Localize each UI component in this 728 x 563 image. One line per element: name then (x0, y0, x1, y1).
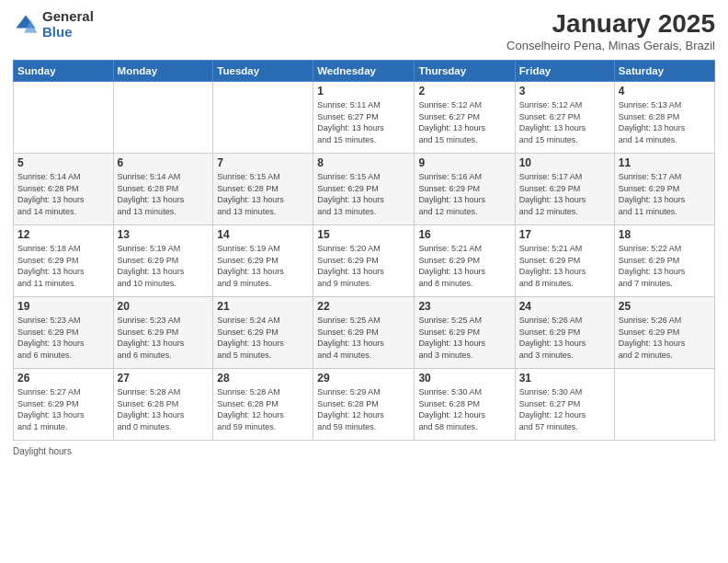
calendar-cell: 24Sunrise: 5:26 AM Sunset: 6:29 PM Dayli… (515, 297, 614, 369)
calendar-day-header: Tuesday (213, 61, 313, 82)
calendar-cell: 29Sunrise: 5:29 AM Sunset: 6:28 PM Dayli… (313, 369, 415, 441)
day-info: Sunrise: 5:19 AM Sunset: 6:29 PM Dayligh… (217, 243, 309, 289)
day-number: 27 (118, 372, 210, 385)
day-number: 13 (118, 228, 210, 241)
calendar-day-header: Friday (515, 61, 614, 82)
footer: Daylight hours (13, 446, 715, 456)
day-info: Sunrise: 5:22 AM Sunset: 6:29 PM Dayligh… (619, 243, 711, 289)
day-info: Sunrise: 5:26 AM Sunset: 6:29 PM Dayligh… (519, 315, 610, 361)
day-info: Sunrise: 5:18 AM Sunset: 6:29 PM Dayligh… (17, 243, 109, 289)
calendar-cell: 17Sunrise: 5:21 AM Sunset: 6:29 PM Dayli… (515, 225, 614, 297)
calendar-week-row: 5Sunrise: 5:14 AM Sunset: 6:28 PM Daylig… (14, 154, 715, 225)
day-number: 4 (619, 85, 711, 98)
calendar-cell: 25Sunrise: 5:26 AM Sunset: 6:29 PM Dayli… (614, 297, 714, 369)
logo-blue: Blue (42, 25, 94, 40)
day-number: 21 (217, 300, 309, 313)
day-info: Sunrise: 5:25 AM Sunset: 6:29 PM Dayligh… (418, 315, 510, 361)
calendar-day-header: Sunday (14, 61, 114, 82)
day-info: Sunrise: 5:12 AM Sunset: 6:27 PM Dayligh… (418, 99, 510, 145)
day-number: 17 (519, 228, 610, 241)
calendar-cell: 15Sunrise: 5:20 AM Sunset: 6:29 PM Dayli… (313, 225, 415, 297)
day-number: 14 (217, 228, 309, 241)
logo-general: General (42, 9, 94, 25)
day-number: 12 (17, 228, 109, 241)
day-info: Sunrise: 5:14 AM Sunset: 6:28 PM Dayligh… (17, 171, 109, 217)
day-info: Sunrise: 5:26 AM Sunset: 6:29 PM Dayligh… (619, 315, 711, 361)
calendar-cell: 28Sunrise: 5:28 AM Sunset: 6:28 PM Dayli… (213, 369, 313, 441)
main-title: January 2025 (506, 9, 715, 39)
day-number: 20 (118, 300, 210, 313)
day-number: 28 (217, 372, 309, 385)
header: General Blue January 2025 Conselheiro Pe… (13, 9, 715, 52)
calendar-cell: 2Sunrise: 5:12 AM Sunset: 6:27 PM Daylig… (415, 82, 515, 154)
calendar-cell: 16Sunrise: 5:21 AM Sunset: 6:29 PM Dayli… (415, 225, 515, 297)
subtitle: Conselheiro Pena, Minas Gerais, Brazil (506, 39, 715, 52)
day-info: Sunrise: 5:21 AM Sunset: 6:29 PM Dayligh… (418, 243, 510, 289)
day-number: 5 (17, 156, 109, 169)
calendar-cell: 20Sunrise: 5:23 AM Sunset: 6:29 PM Dayli… (113, 297, 213, 369)
page: General Blue January 2025 Conselheiro Pe… (0, 0, 728, 563)
calendar-cell: 9Sunrise: 5:16 AM Sunset: 6:29 PM Daylig… (415, 154, 515, 225)
day-number: 25 (619, 300, 711, 313)
logo-text: General Blue (42, 9, 94, 40)
calendar-cell: 30Sunrise: 5:30 AM Sunset: 6:28 PM Dayli… (415, 369, 515, 441)
calendar-cell (113, 82, 213, 154)
calendar-table: SundayMondayTuesdayWednesdayThursdayFrid… (13, 60, 715, 441)
day-number: 22 (317, 300, 410, 313)
day-info: Sunrise: 5:17 AM Sunset: 6:29 PM Dayligh… (519, 171, 610, 217)
day-number: 8 (317, 156, 410, 169)
calendar-cell: 5Sunrise: 5:14 AM Sunset: 6:28 PM Daylig… (14, 154, 114, 225)
calendar-cell (213, 82, 313, 154)
calendar-day-header: Thursday (415, 61, 515, 82)
day-info: Sunrise: 5:15 AM Sunset: 6:28 PM Dayligh… (217, 171, 309, 217)
title-block: January 2025 Conselheiro Pena, Minas Ger… (506, 9, 715, 52)
day-info: Sunrise: 5:15 AM Sunset: 6:29 PM Dayligh… (317, 171, 410, 217)
calendar-cell: 1Sunrise: 5:11 AM Sunset: 6:27 PM Daylig… (313, 82, 415, 154)
calendar-week-row: 1Sunrise: 5:11 AM Sunset: 6:27 PM Daylig… (14, 82, 715, 154)
day-info: Sunrise: 5:19 AM Sunset: 6:29 PM Dayligh… (118, 243, 210, 289)
calendar-cell: 27Sunrise: 5:28 AM Sunset: 6:28 PM Dayli… (113, 369, 213, 441)
day-info: Sunrise: 5:27 AM Sunset: 6:29 PM Dayligh… (17, 386, 109, 432)
day-number: 31 (519, 372, 610, 385)
day-number: 16 (418, 228, 510, 241)
day-number: 18 (619, 228, 711, 241)
day-number: 26 (17, 372, 109, 385)
day-number: 3 (519, 85, 610, 98)
day-info: Sunrise: 5:21 AM Sunset: 6:29 PM Dayligh… (519, 243, 610, 289)
day-info: Sunrise: 5:12 AM Sunset: 6:27 PM Dayligh… (519, 99, 610, 145)
day-number: 11 (619, 156, 711, 169)
calendar-cell: 18Sunrise: 5:22 AM Sunset: 6:29 PM Dayli… (614, 225, 714, 297)
calendar-cell: 7Sunrise: 5:15 AM Sunset: 6:28 PM Daylig… (213, 154, 313, 225)
day-info: Sunrise: 5:16 AM Sunset: 6:29 PM Dayligh… (418, 171, 510, 217)
calendar-cell: 14Sunrise: 5:19 AM Sunset: 6:29 PM Dayli… (213, 225, 313, 297)
calendar-day-header: Monday (113, 61, 213, 82)
day-number: 1 (317, 85, 410, 98)
day-info: Sunrise: 5:20 AM Sunset: 6:29 PM Dayligh… (317, 243, 410, 289)
calendar-cell: 10Sunrise: 5:17 AM Sunset: 6:29 PM Dayli… (515, 154, 614, 225)
calendar-cell: 26Sunrise: 5:27 AM Sunset: 6:29 PM Dayli… (14, 369, 114, 441)
calendar-cell (614, 369, 714, 441)
day-number: 2 (418, 85, 510, 98)
day-number: 15 (317, 228, 410, 241)
calendar-header-row: SundayMondayTuesdayWednesdayThursdayFrid… (14, 61, 715, 82)
calendar-week-row: 26Sunrise: 5:27 AM Sunset: 6:29 PM Dayli… (14, 369, 715, 441)
footer-text: Daylight hours (13, 446, 72, 456)
logo-icon (13, 12, 39, 38)
calendar-week-row: 19Sunrise: 5:23 AM Sunset: 6:29 PM Dayli… (14, 297, 715, 369)
calendar-day-header: Saturday (614, 61, 714, 82)
day-number: 24 (519, 300, 610, 313)
day-info: Sunrise: 5:23 AM Sunset: 6:29 PM Dayligh… (17, 315, 109, 361)
day-number: 29 (317, 372, 410, 385)
day-info: Sunrise: 5:14 AM Sunset: 6:28 PM Dayligh… (118, 171, 210, 217)
calendar-cell: 21Sunrise: 5:24 AM Sunset: 6:29 PM Dayli… (213, 297, 313, 369)
day-number: 30 (418, 372, 510, 385)
calendar-cell: 23Sunrise: 5:25 AM Sunset: 6:29 PM Dayli… (415, 297, 515, 369)
calendar-cell: 11Sunrise: 5:17 AM Sunset: 6:29 PM Dayli… (614, 154, 714, 225)
day-number: 6 (118, 156, 210, 169)
calendar-cell: 19Sunrise: 5:23 AM Sunset: 6:29 PM Dayli… (14, 297, 114, 369)
calendar-day-header: Wednesday (313, 61, 415, 82)
day-number: 10 (519, 156, 610, 169)
calendar-cell: 22Sunrise: 5:25 AM Sunset: 6:29 PM Dayli… (313, 297, 415, 369)
day-info: Sunrise: 5:28 AM Sunset: 6:28 PM Dayligh… (118, 386, 210, 432)
calendar-week-row: 12Sunrise: 5:18 AM Sunset: 6:29 PM Dayli… (14, 225, 715, 297)
